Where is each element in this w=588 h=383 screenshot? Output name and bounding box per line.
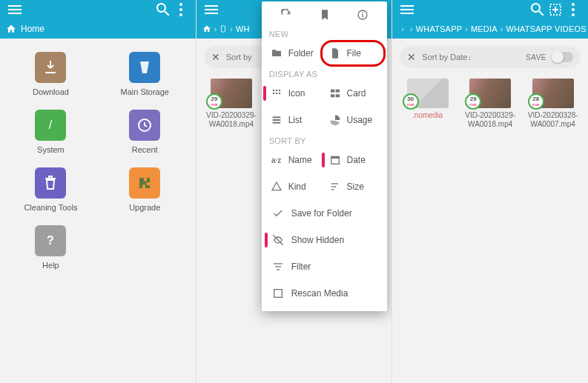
menu-display-list[interactable]: List <box>266 108 325 132</box>
home-item-main-storage[interactable]: Main Storage <box>102 52 188 96</box>
device-icon[interactable] <box>219 24 227 33</box>
pie-icon <box>329 114 341 126</box>
menu-rescan-media[interactable]: Rescan Media <box>262 280 388 307</box>
search-icon[interactable] <box>529 1 546 19</box>
breadcrumb[interactable]: › › WhatsApp › Media › WhatsApp Videos <box>392 19 588 39</box>
svg-point-12 <box>278 90 280 92</box>
question-icon: ? <box>35 225 66 256</box>
svg-rect-20 <box>272 116 280 118</box>
calendar-icon <box>329 154 341 166</box>
menu-sort-name[interactable]: a·zName <box>266 148 325 172</box>
home-item-system[interactable]: /System <box>7 110 94 154</box>
file-item[interactable]: 28marVID-20200328-WA0007.mp4 <box>523 79 582 129</box>
topbar <box>392 0 588 19</box>
svg-point-36 <box>572 8 575 11</box>
bookmark-icon[interactable] <box>319 9 331 21</box>
svg-point-2 <box>179 13 182 16</box>
breadcrumb-home[interactable]: Home <box>6 24 44 34</box>
home-item-cleaning-tools[interactable]: Cleaning Tools <box>7 167 94 212</box>
svg-point-9 <box>362 12 363 13</box>
file-name: VID-20200329-WA0018.mp4 <box>202 111 261 129</box>
clock-icon <box>129 110 160 141</box>
file-item[interactable]: 29marVID-20200329-WA0018.mp4 <box>202 79 261 129</box>
menu-sort-kind[interactable]: Kind <box>266 175 325 199</box>
svg-rect-30 <box>277 269 280 270</box>
svg-rect-6 <box>222 26 225 32</box>
close-icon[interactable]: ✕ <box>407 51 416 63</box>
puzzle-icon <box>129 167 160 199</box>
save-label: SAVE <box>526 53 546 61</box>
eye-off-icon <box>272 234 284 246</box>
trash-icon <box>35 167 66 199</box>
home-item-label: Download <box>33 87 69 96</box>
svg-rect-19 <box>335 94 339 97</box>
overflow-icon[interactable] <box>172 1 190 19</box>
svg-text:?: ? <box>47 234 55 247</box>
file-thumbnail: 29mar <box>211 79 252 108</box>
breadcrumb-item[interactable]: WhatsApp <box>416 24 463 33</box>
home-item-label: System <box>37 145 65 154</box>
sort-bar[interactable]: ✕ Sort by Date↓ SAVE <box>400 46 581 68</box>
screen-folder-videos: › › WhatsApp › Media › WhatsApp Videos ✕… <box>392 0 588 383</box>
svg-rect-24 <box>331 156 339 159</box>
check-icon <box>272 207 284 219</box>
menu-display-usage[interactable]: Usage <box>325 108 383 132</box>
menu-sort-size[interactable]: Size <box>325 175 383 199</box>
menu-filter[interactable]: Filter <box>262 253 388 280</box>
storage-icon <box>129 52 160 83</box>
breadcrumb-item[interactable]: Wh <box>236 24 250 33</box>
list-icon <box>271 114 283 126</box>
menu-show-hidden[interactable]: Show Hidden <box>262 227 388 253</box>
refresh-icon[interactable] <box>280 9 292 21</box>
size-icon <box>329 181 341 193</box>
file-icon <box>329 47 341 59</box>
close-icon[interactable]: ✕ <box>211 51 220 63</box>
kind-icon <box>271 181 283 193</box>
home-item-download[interactable]: Download <box>7 52 94 96</box>
svg-point-15 <box>278 93 280 95</box>
menu-icon[interactable] <box>202 1 220 19</box>
rescan-icon <box>272 287 284 299</box>
select-icon[interactable] <box>546 1 564 19</box>
menu-display-icon[interactable]: Icon <box>266 81 325 105</box>
save-toggle[interactable] <box>552 52 573 62</box>
home-item-recent[interactable]: Recent <box>102 110 188 154</box>
home-item-upgrade[interactable]: Upgrade <box>102 167 188 212</box>
home-item-label: Cleaning Tools <box>24 203 77 212</box>
info-icon[interactable] <box>357 9 369 21</box>
menu-icon[interactable] <box>6 1 24 19</box>
search-icon[interactable] <box>154 1 172 19</box>
az-icon: a·z <box>271 154 283 166</box>
slash-icon: / <box>35 110 66 141</box>
menu-new-folder[interactable]: Folder <box>266 41 325 65</box>
svg-rect-21 <box>272 119 280 121</box>
svg-rect-28 <box>274 263 283 264</box>
home-icon[interactable] <box>202 24 211 33</box>
home-item-help[interactable]: ?Help <box>7 225 94 270</box>
svg-point-0 <box>179 3 182 6</box>
svg-rect-29 <box>275 266 281 267</box>
breadcrumb-item[interactable]: WhatsApp Videos <box>506 24 586 33</box>
svg-point-35 <box>572 3 575 6</box>
menu-save-for-folder[interactable]: Save for Folder <box>262 200 388 227</box>
file-item[interactable]: 30mar.nomedia <box>398 79 457 129</box>
svg-rect-34 <box>552 9 558 10</box>
home-item-label: Main Storage <box>121 87 169 96</box>
svg-point-13 <box>272 93 274 95</box>
breadcrumb-item[interactable]: Media <box>471 24 498 33</box>
svg-rect-18 <box>331 94 334 97</box>
home-item-label: Help <box>42 261 59 270</box>
svg-rect-8 <box>362 14 363 18</box>
overflow-icon[interactable] <box>564 1 582 19</box>
svg-point-1 <box>179 8 182 11</box>
file-thumbnail: 29mar <box>469 79 511 108</box>
screen-folder-with-menu: › › Wh ✕ Sort by 29marVID-20200329-WA001… <box>196 0 393 383</box>
file-item[interactable]: 29marVID-20200329-WA0018.mp4 <box>461 79 520 129</box>
menu-sort-date[interactable]: Date <box>325 148 383 172</box>
menu-display-card[interactable]: Card <box>325 81 383 105</box>
svg-point-10 <box>272 90 274 92</box>
menu-new-file[interactable]: File <box>325 41 383 65</box>
svg-rect-27 <box>331 189 334 190</box>
home-text: Home <box>21 24 44 34</box>
menu-icon[interactable] <box>398 1 416 19</box>
